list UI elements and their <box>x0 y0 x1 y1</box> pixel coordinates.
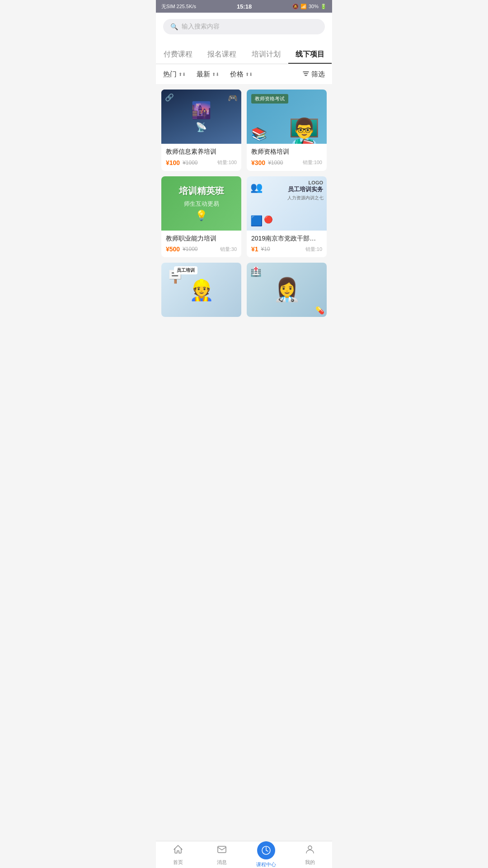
status-time: 15:18 <box>237 3 252 10</box>
user-icon <box>305 844 315 858</box>
sales-4: 销量:10 <box>305 246 322 253</box>
filter-hot-arrow: ⬆⬇ <box>178 72 186 77</box>
price-original-4: ¥10 <box>261 246 270 252</box>
nav-course[interactable]: 课程中心 <box>244 841 288 868</box>
course-center-icon <box>257 841 275 859</box>
filter-icon <box>302 70 310 79</box>
status-left: 无SIM 225.5K/s <box>161 3 196 10</box>
filter-new-arrow: ⬆⬇ <box>212 72 219 77</box>
filter-new[interactable]: 最新 ⬆⬇ <box>197 70 219 79</box>
nav-mine-label: 我的 <box>305 859 315 866</box>
course-card-1[interactable]: 🌆 📡 🎮 🔗 教师信息素养培训 ¥100 ¥1000 销量:100 <box>161 90 241 171</box>
battery-icon: 🔋 <box>320 4 327 9</box>
nav-course-label: 课程中心 <box>256 861 276 868</box>
course-grid: 🌆 📡 🎮 🔗 教师信息素养培训 ¥100 ¥1000 销量:100 教师资格考 <box>156 84 332 322</box>
course-info-1: 教师信息素养培训 ¥100 ¥1000 销量:100 <box>161 144 241 171</box>
course-price-row-4: ¥1 ¥10 销量:10 <box>251 245 322 253</box>
tab-plan[interactable]: 培训计划 <box>244 46 288 64</box>
search-placeholder: 输入搜索内容 <box>182 23 220 31</box>
course-thumb-3: 培训精英班 师生互动更易 💡 <box>161 176 241 231</box>
filter-hot-label: 热门 <box>163 70 177 79</box>
filter-price-label: 价格 <box>230 70 244 79</box>
course-card-4[interactable]: LOGO 员工培训实务人力资源内训之七 🟦 🔴 👥 2019南京市党政干部… ¥… <box>247 176 327 258</box>
filter-price-arrow: ⬆⬇ <box>245 72 253 77</box>
course-price-row-3: ¥500 ¥1000 销量:30 <box>166 245 237 253</box>
sales-1: 销量:100 <box>217 159 237 166</box>
bottom-nav: 首页 消息 课程中心 我的 <box>156 841 332 868</box>
course-thumb-5: 👷 🪧 员工培训 <box>161 263 241 317</box>
sales-3: 销量:30 <box>220 246 237 253</box>
course-thumb-4: LOGO 员工培训实务人力资源内训之七 🟦 🔴 👥 <box>247 176 327 231</box>
filter-label: 筛选 <box>311 70 325 79</box>
filter-new-label: 最新 <box>197 70 210 79</box>
search-bar[interactable]: 🔍 输入搜索内容 <box>163 19 325 34</box>
course-price-row-1: ¥100 ¥1000 销量:100 <box>166 159 237 166</box>
course-thumb-2: 教师资格考试 👨‍🏫 📚 <box>247 90 327 144</box>
svg-rect-0 <box>218 846 226 853</box>
message-icon <box>216 844 227 858</box>
nav-message-label: 消息 <box>217 859 227 866</box>
battery-info: 30% <box>309 4 319 9</box>
course-title-1: 教师信息素养培训 <box>166 147 237 156</box>
price-current-2: ¥300 <box>251 159 265 166</box>
search-icon: 🔍 <box>170 23 178 30</box>
status-bar: 无SIM 225.5K/s 15:18 🔕 📶 30% 🔋 <box>156 0 332 13</box>
price-current-4: ¥1 <box>251 245 258 253</box>
course-info-4: 2019南京市党政干部… ¥1 ¥10 销量:10 <box>247 231 327 258</box>
home-icon <box>173 844 183 858</box>
svg-point-2 <box>308 846 312 849</box>
price-current-3: ¥500 <box>166 245 180 253</box>
course-card-3[interactable]: 培训精英班 师生互动更易 💡 教师职业能力培训 ¥500 ¥1000 销量:30 <box>161 176 241 258</box>
course-card-5[interactable]: 👷 🪧 员工培训 <box>161 263 241 317</box>
tab-paid[interactable]: 付费课程 <box>156 46 200 64</box>
price-original-1: ¥1000 <box>183 160 197 166</box>
course-info-2: 教师资格培训 ¥300 ¥1000 销量:100 <box>247 144 327 171</box>
price-current-1: ¥100 <box>166 159 180 166</box>
course-thumb-1: 🌆 📡 🎮 🔗 <box>161 90 241 144</box>
course-title-2: 教师资格培训 <box>251 147 322 156</box>
status-right: 🔕 📶 30% 🔋 <box>292 4 327 9</box>
course-title-3: 教师职业能力培训 <box>166 234 237 243</box>
tab-enrolled[interactable]: 报名课程 <box>200 46 244 64</box>
filter-price[interactable]: 价格 ⬆⬇ <box>230 70 253 79</box>
course-info-3: 教师职业能力培训 ¥500 ¥1000 销量:30 <box>161 231 241 258</box>
mute-icon: 🔕 <box>292 4 299 9</box>
price-original-2: ¥1000 <box>268 160 283 166</box>
course-card-2[interactable]: 教师资格考试 👨‍🏫 📚 教师资格培训 ¥300 ¥1000 销量:100 <box>247 90 327 171</box>
wifi-icon: 📶 <box>300 4 307 9</box>
nav-home[interactable]: 首页 <box>156 844 200 866</box>
nav-home-label: 首页 <box>173 859 183 866</box>
nav-message[interactable]: 消息 <box>200 844 244 866</box>
price-original-3: ¥1000 <box>183 246 197 252</box>
course-thumb-6: 👩‍⚕️ 🏥 💊 <box>247 263 327 317</box>
tabs-container: 付费课程 报名课程 培训计划 线下项目 <box>156 41 332 64</box>
search-container: 🔍 输入搜索内容 <box>156 13 332 41</box>
sim-info: 无SIM 225.5K/s <box>161 3 196 10</box>
filter-hot[interactable]: 热门 ⬆⬇ <box>163 70 186 79</box>
tab-offline[interactable]: 线下项目 <box>288 46 332 64</box>
course-price-row-2: ¥300 ¥1000 销量:100 <box>251 159 322 166</box>
filter-bar: 热门 ⬆⬇ 最新 ⬆⬇ 价格 ⬆⬇ 筛选 <box>156 65 332 84</box>
filter-screen[interactable]: 筛选 <box>302 70 325 79</box>
course-title-4: 2019南京市党政干部… <box>251 234 322 243</box>
nav-mine[interactable]: 我的 <box>288 844 333 866</box>
sales-2: 销量:100 <box>303 159 322 166</box>
course-card-6[interactable]: 👩‍⚕️ 🏥 💊 <box>247 263 327 317</box>
